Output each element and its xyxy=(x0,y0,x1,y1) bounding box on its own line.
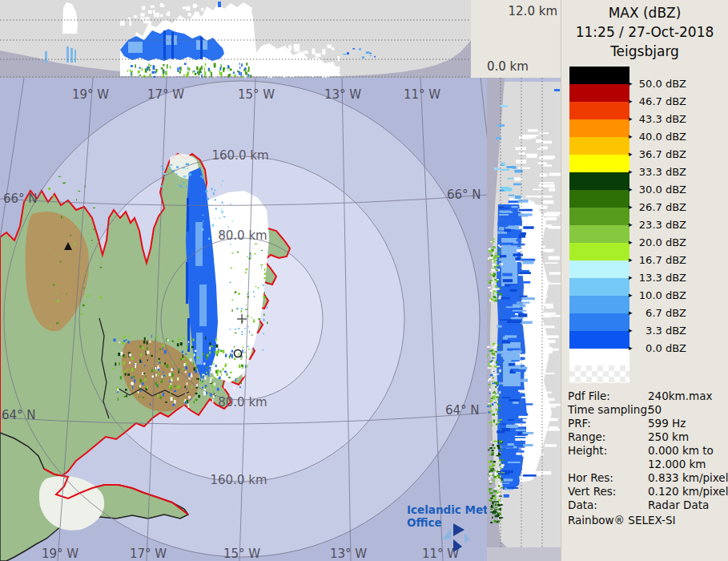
lon-label-top: 17° W xyxy=(147,87,184,102)
legend-tick-arrow: ▸ xyxy=(629,344,633,352)
legend-band xyxy=(569,137,629,155)
legend-band xyxy=(569,313,629,331)
timestamp: 11:25 / 27-Oct-2018 xyxy=(561,24,728,40)
range-ring-label: 160.0 km xyxy=(210,473,267,487)
legend-label: 16.7 dBZ xyxy=(633,254,686,266)
legend-tick-arrow: ▸ xyxy=(629,185,633,193)
side-cross-section-graphic xyxy=(487,78,561,561)
legend-tick-arrow: ▸ xyxy=(629,273,633,281)
legend-band xyxy=(569,155,629,172)
legend-tick-arrow: ▸ xyxy=(629,150,633,158)
metadata-label: Range: xyxy=(568,430,605,443)
metadata-value: Radar Data xyxy=(648,498,709,511)
legend-band xyxy=(569,190,629,208)
metadata-value: 0.833 km/pixel xyxy=(648,471,728,484)
metadata-value: 50 xyxy=(648,403,662,416)
legend-label: 26.7 dBZ xyxy=(633,201,686,213)
legend-label: 40.0 dBZ xyxy=(633,131,686,143)
metadata-value: 12.000 km xyxy=(648,458,706,470)
lon-label-bottom: 13° W xyxy=(330,547,367,561)
legend-label: 13.3 dBZ xyxy=(633,272,686,284)
legend-band xyxy=(569,119,629,137)
metadata-value: 0.120 km/pixel xyxy=(648,485,728,498)
lon-label-top: 15° W xyxy=(238,87,275,102)
software-label: Rainbow® SELEX-SI xyxy=(568,514,675,527)
legend-band xyxy=(569,331,629,349)
lat-label-right: 64° N xyxy=(445,403,480,418)
legend-label: 0.0 dBZ xyxy=(633,342,686,354)
legend-band xyxy=(569,243,629,260)
legend-tick-arrow: ▸ xyxy=(629,132,633,140)
range-ring-label: 80.0 km xyxy=(218,228,267,243)
metadata-label: Height: xyxy=(568,444,607,457)
legend-color-bar xyxy=(569,67,629,349)
legend-label: 10.0 dBZ xyxy=(633,289,686,301)
legend-tick-arrow: ▸ xyxy=(629,256,633,264)
metadata-value: 240km.max xyxy=(648,389,712,402)
metadata-label: Vert Res: xyxy=(568,485,616,498)
legend-band xyxy=(569,208,629,225)
product-title: MAX (dBZ) xyxy=(561,5,728,21)
height-axis-min-label: 0.0 km xyxy=(487,59,529,74)
lon-label-top: 11° W xyxy=(404,87,440,102)
legend-band xyxy=(569,67,629,84)
legend-tick-arrow: ▸ xyxy=(629,291,633,299)
metadata-value: 0.000 km to xyxy=(648,444,714,457)
legend-band xyxy=(569,102,629,119)
lat-label-left: 64° N xyxy=(2,408,36,422)
info-sidebar: MAX (dBZ) 11:25 / 27-Oct-2018 Teigsbjarg… xyxy=(561,0,728,561)
legend-tick-arrow: ▸ xyxy=(629,203,633,211)
legend-band xyxy=(569,225,629,243)
metadata-label: Hor Res: xyxy=(568,471,613,484)
metadata-value: 250 km xyxy=(648,430,689,443)
radar-display-app: 12.0 km 0.0 km xyxy=(0,0,728,561)
legend-label: 3.3 dBZ xyxy=(633,325,686,337)
lat-label-right: 66° N xyxy=(447,188,481,202)
metadata-label: Pdf File: xyxy=(568,389,610,402)
side-cross-section-panel xyxy=(487,78,561,561)
legend-tick-arrow: ▸ xyxy=(629,115,633,123)
legend-label: 33.3 dBZ xyxy=(633,166,686,178)
top-cross-section-panel xyxy=(0,0,471,78)
lon-label-top: 13° W xyxy=(324,87,361,102)
map-panel: 19° W 17° W 15° W 13° W 11° W 19° W 17° … xyxy=(0,78,487,561)
legend-band xyxy=(569,172,629,190)
bottom-margin-strip xyxy=(487,547,561,561)
legend-label: 46.7 dBZ xyxy=(633,95,686,107)
legend-tick-arrow: ▸ xyxy=(629,79,633,87)
legend-label: 36.7 dBZ xyxy=(633,148,686,160)
legend-tick-arrow: ▸ xyxy=(629,309,633,317)
met-office-logo-text: Icelandic Met xyxy=(407,504,487,516)
met-office-logo-icon xyxy=(437,519,474,554)
metadata-value: 599 Hz xyxy=(648,417,686,430)
legend-tick-arrow: ▸ xyxy=(629,97,633,105)
legend-below-zero-band xyxy=(569,349,629,365)
lon-label-top: 19° W xyxy=(72,87,109,102)
metadata-label: PRF: xyxy=(568,417,591,430)
range-ring-label: 80.0 km xyxy=(218,395,267,410)
range-ring-label: 160.0 km xyxy=(211,148,268,163)
legend-band xyxy=(569,278,629,296)
legend-transparent-band xyxy=(569,365,629,383)
legend-tick-arrow: ▸ xyxy=(629,326,633,334)
legend-label: 43.3 dBZ xyxy=(633,113,686,125)
legend-tick-arrow: ▸ xyxy=(629,220,633,228)
legend-label: 30.0 dBZ xyxy=(633,184,686,196)
legend-label: 23.3 dBZ xyxy=(633,219,686,231)
legend-label: 20.0 dBZ xyxy=(633,236,686,248)
metadata-label: Data: xyxy=(568,498,597,511)
legend-band xyxy=(569,296,629,313)
height-axis-max-label: 12.0 km xyxy=(509,4,557,18)
metadata-label: Time sampling: xyxy=(568,403,651,416)
lat-label-left: 66° N xyxy=(3,192,38,206)
lon-label-bottom: 15° W xyxy=(223,547,260,561)
top-cross-section-graphic xyxy=(0,0,471,78)
legend-label: 6.7 dBZ xyxy=(633,307,686,319)
legend-band xyxy=(569,260,629,278)
station-name: Teigsbjarg xyxy=(561,43,728,59)
legend-label: 50.0 dBZ xyxy=(633,78,686,90)
legend-tick-arrow: ▸ xyxy=(629,238,633,246)
legend-tick-arrow: ▸ xyxy=(629,167,633,176)
lon-label-bottom: 19° W xyxy=(42,547,78,561)
height-axis-corner: 12.0 km 0.0 km xyxy=(471,0,561,78)
